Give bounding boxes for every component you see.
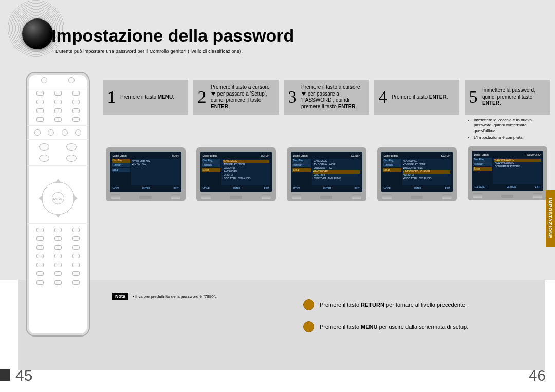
tip-menu: Premere il tasto MENU per uscire dalla s… (303, 321, 468, 332)
page-number-left: 45 (15, 367, 32, 384)
tv-screenshot: Dolby DigitalMAINDisc PlayFunctionSetup•… (106, 147, 186, 201)
cursor-down-icon (302, 92, 306, 96)
tip-return-text: Premere il tasto RETURN per tornare al l… (320, 302, 467, 308)
steps-row: 1Premere il tasto MENU.Dolby DigitalMAIN… (103, 80, 550, 201)
tv-screen: Dolby DigitalSETUPDisc PlayFunctionSetup… (200, 152, 272, 192)
tv-screen: Dolby DigitalMAINDisc PlayFunctionSetup•… (110, 152, 181, 192)
step-head: 1Premere il tasto MENU. (103, 80, 188, 115)
remote-dpad: ENTER (38, 178, 79, 219)
tv-screenshot: Dolby DigitalPASSWORDDisc PlayFunctionSe… (468, 146, 547, 200)
step-3: 3Premere il tasto a cursore per passare … (284, 80, 369, 201)
step-head: 5Immettere la password, quindi premere i… (465, 80, 550, 115)
manual-spread: Impostazione della password L'utente può… (0, 0, 555, 392)
tv-screen: Dolby DigitalPASSWORDDisc PlayFunctionSe… (472, 151, 543, 191)
nota-text: • Il valore predefinito della password è… (133, 294, 216, 299)
page-number-right: 46 (529, 367, 546, 384)
tv-screen: Dolby DigitalSETUPDisc PlayFunctionSetup… (381, 152, 453, 192)
step-note-item: L'impostazione è completa. (474, 135, 548, 140)
section-side-tab: IMPOSTAZIONE (546, 190, 555, 247)
tv-screenshot: Dolby DigitalSETUPDisc PlayFunctionSetup… (196, 147, 276, 201)
tip-return: Premere il tasto RETURN per tornare al l… (303, 299, 467, 310)
cursor-down-icon (211, 92, 215, 96)
step-head: 2Premere il tasto a cursore per passare … (193, 80, 279, 115)
remote-enter-button: ENTER (52, 192, 64, 204)
step-instruction: Premere il tasto MENU. (120, 94, 174, 101)
tv-screenshot: Dolby DigitalSETUPDisc PlayFunctionSetup… (287, 147, 366, 201)
step-number: 3 (287, 88, 298, 106)
step-4: 4Premere il tasto ENTER.Dolby DigitalSET… (374, 80, 459, 201)
step-head: 3Premere il tasto a cursore per passare … (284, 80, 369, 115)
step-head: 4Premere il tasto ENTER. (374, 80, 459, 115)
step-instruction: Premere il tasto ENTER. (392, 94, 448, 101)
step-number: 1 (106, 88, 117, 106)
step-instruction: Premere il tasto a cursore per passare a… (211, 84, 275, 110)
step-number: 4 (377, 88, 388, 106)
step-instruction: Immettere la password, quindi premere il… (482, 87, 547, 107)
page-title: Impostazione della password (51, 26, 294, 46)
nota-row: Nota • Il valore predefinito della passw… (112, 293, 216, 300)
tip-menu-text: Premere il tasto MENU per uscire dalla s… (320, 324, 468, 330)
step-number: 5 (468, 88, 479, 106)
step-5: 5Immettere la password, quindi premere i… (465, 80, 550, 201)
tv-screenshot: Dolby DigitalSETUPDisc PlayFunctionSetup… (377, 147, 457, 201)
tip-bullet-icon (303, 299, 314, 310)
step-note-item: Immettere la vecchia e la nuova password… (474, 118, 548, 134)
page-left-bar (0, 369, 10, 381)
step-instruction: Premere il tasto a cursore per passare a… (301, 84, 366, 110)
tip-bullet-icon (303, 321, 314, 332)
page-subtitle: L'utente può impostare una password per … (55, 49, 243, 54)
step-1: 1Premere il tasto MENU.Dolby DigitalMAIN… (103, 80, 188, 201)
step-2: 2Premere il tasto a cursore per passare … (193, 80, 279, 201)
nota-badge: Nota (112, 293, 128, 300)
tv-screen: Dolby DigitalSETUPDisc PlayFunctionSetup… (291, 152, 362, 192)
remote-control-illustration: ENTER (26, 72, 90, 337)
step-notes: Immettere la vecchia e la nuova password… (465, 115, 550, 144)
step-number: 2 (196, 88, 208, 106)
